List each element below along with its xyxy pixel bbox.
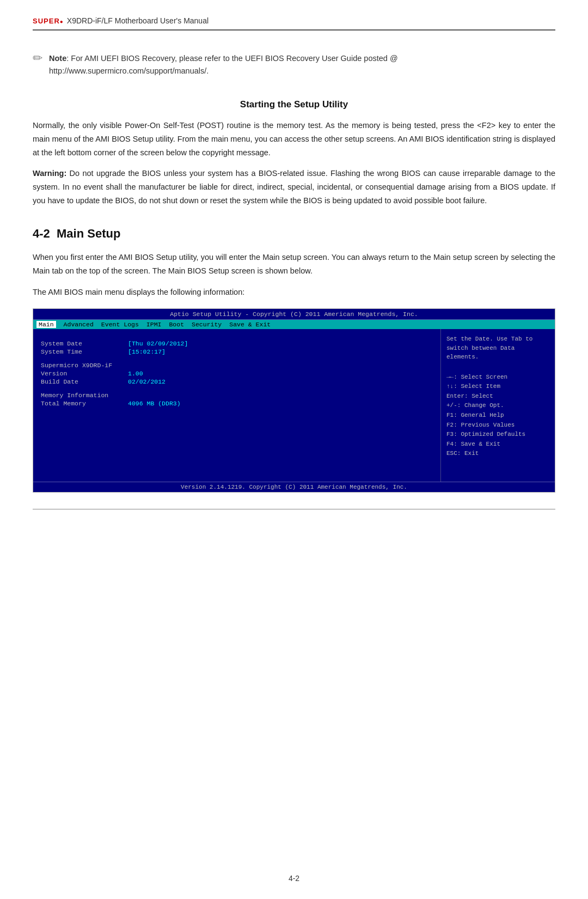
bios-row-meminfo: Memory Information bbox=[41, 392, 433, 399]
hint-f4-save: F4: Save & Exit bbox=[446, 440, 549, 449]
bios-menu-saveexit[interactable]: Save & Exit bbox=[229, 321, 271, 328]
warning-label: Warning: bbox=[33, 169, 66, 178]
header-title: X9DRD-iF/LF Motherboard User's Manual bbox=[67, 16, 209, 25]
hint-enter-select: Enter: Select bbox=[446, 392, 549, 402]
hint-f3-opt: F3: Optimized Defaults bbox=[446, 430, 549, 440]
hint-esc-exit: ESC: Exit bbox=[446, 449, 549, 459]
bios-label-builddate: Build Date bbox=[41, 378, 128, 385]
chapter-para2: The AMI BIOS main menu displays the foll… bbox=[33, 286, 555, 299]
bios-row-model: Supermicro X9DRD-iF bbox=[41, 362, 433, 369]
note-icon: ✏ bbox=[33, 51, 42, 65]
bios-hint-bottom: →←: Select Screen ↑↓: Select Item Enter:… bbox=[446, 373, 549, 459]
bios-menu-advanced[interactable]: Advanced bbox=[64, 321, 94, 328]
page-container: SUPER● X9DRD-iF/LF Motherboard User's Ma… bbox=[0, 0, 588, 899]
bios-menu-eventlogs[interactable]: Event Logs bbox=[101, 321, 139, 328]
note-label: Note bbox=[49, 54, 66, 63]
warning-para: Warning: Do not upgrade the BIOS unless … bbox=[33, 167, 555, 207]
logo-text: SUPER bbox=[33, 17, 60, 25]
bios-label-version: Version bbox=[41, 370, 128, 377]
bios-label-model: Supermicro X9DRD-iF bbox=[41, 362, 128, 369]
section-heading: Starting the Setup Utility bbox=[33, 99, 555, 110]
chapter-title: Main Setup bbox=[57, 227, 120, 240]
bios-row-totalmem: Total Memory 4096 MB (DDR3) bbox=[41, 400, 433, 407]
bios-body: System Date [Thu 02/09/2012] System Time… bbox=[33, 329, 555, 482]
page-header: SUPER● X9DRD-iF/LF Motherboard User's Ma… bbox=[33, 16, 555, 31]
bios-value-version: 1.00 bbox=[128, 370, 143, 377]
bios-menu-main[interactable]: Main bbox=[36, 321, 56, 328]
bios-menu-boot[interactable]: Boot bbox=[169, 321, 184, 328]
chapter-number: 4-2 bbox=[33, 227, 50, 240]
hint-change-opt: +/-: Change Opt. bbox=[446, 401, 549, 411]
chapter-para1: When you first enter the AMI BIOS Setup … bbox=[33, 251, 555, 277]
hint-select-item: ↑↓: Select Item bbox=[446, 382, 549, 392]
page-number: 4-2 bbox=[289, 874, 299, 883]
bios-row-builddate: Build Date 02/02/2012 bbox=[41, 378, 433, 385]
bios-value-systime: [15:02:17] bbox=[128, 348, 166, 355]
hint-select-screen: →←: Select Screen bbox=[446, 373, 549, 382]
bios-menu-bar: Main Advanced Event Logs IPMI Boot Secur… bbox=[33, 320, 555, 329]
warning-text: Do not upgrade the BIOS unless your syst… bbox=[33, 169, 555, 204]
bios-row-systime: System Time [15:02:17] bbox=[41, 348, 433, 355]
chapter-heading: 4-2 Main Setup bbox=[33, 227, 555, 241]
hint-f2-prev: F2: Previous Values bbox=[446, 421, 549, 430]
note-body: : For AMI UEFI BIOS Recovery, please ref… bbox=[49, 54, 398, 75]
logo: SUPER● bbox=[33, 17, 64, 25]
bios-label-systime: System Time bbox=[41, 348, 128, 355]
note-box: ✏ Note: For AMI UEFI BIOS Recovery, plea… bbox=[33, 47, 555, 83]
bios-menu-ipmi[interactable]: IPMI bbox=[146, 321, 162, 328]
bios-left-panel: System Date [Thu 02/09/2012] System Time… bbox=[33, 329, 440, 482]
bios-row-sysdate: System Date [Thu 02/09/2012] bbox=[41, 340, 433, 347]
bios-right-panel: Set the Date. Use Tab toswitch between D… bbox=[440, 329, 555, 482]
bios-value-sysdate: [Thu 02/09/2012] bbox=[128, 340, 188, 347]
logo-dot: ● bbox=[60, 19, 64, 25]
bios-label-meminfo: Memory Information bbox=[41, 392, 128, 399]
section-para1: Normally, the only visible Power-On Self… bbox=[33, 119, 555, 159]
bottom-rule bbox=[33, 509, 555, 509]
bios-screenshot: Aptio Setup Utility - Copyright (C) 2011… bbox=[33, 308, 555, 493]
bios-label-totalmem: Total Memory bbox=[41, 400, 128, 407]
bios-value-totalmem: 4096 MB (DDR3) bbox=[128, 400, 181, 407]
bios-title-bar: Aptio Setup Utility - Copyright (C) 2011… bbox=[33, 309, 555, 320]
bios-hint-top: Set the Date. Use Tab toswitch between D… bbox=[446, 335, 549, 362]
bios-value-builddate: 02/02/2012 bbox=[128, 378, 166, 385]
hint-f1-help: F1: General Help bbox=[446, 411, 549, 421]
bios-row-version: Version 1.00 bbox=[41, 370, 433, 377]
bios-footer: Version 2.14.1219. Copyright (C) 2011 Am… bbox=[33, 482, 555, 492]
note-text: Note: For AMI UEFI BIOS Recovery, please… bbox=[49, 52, 555, 77]
bios-label-sysdate: System Date bbox=[41, 340, 128, 347]
bios-menu-security[interactable]: Security bbox=[192, 321, 222, 328]
